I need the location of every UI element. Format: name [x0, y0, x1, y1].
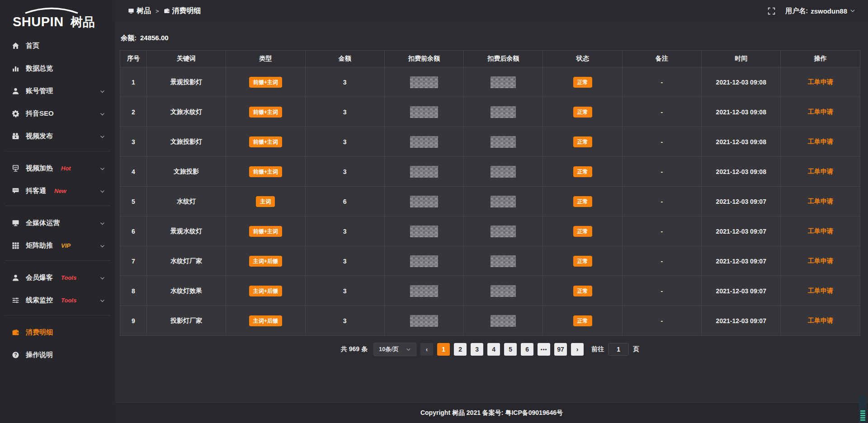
redacted-value — [491, 285, 516, 297]
redacted-value — [491, 226, 516, 237]
col-balance-after: 扣费后余额 — [464, 51, 543, 67]
sidebar-item-home[interactable]: 首页 — [0, 34, 115, 57]
type-badge: 前缀+主词 — [249, 77, 282, 88]
user-menu[interactable]: 用户名: zswodun88 — [785, 7, 855, 15]
cell-balance-before — [384, 187, 463, 216]
cell-type: 前缀+主词 — [226, 157, 305, 187]
work-order-link[interactable]: 工单申请 — [808, 168, 833, 175]
chevron-down-icon — [99, 188, 105, 194]
table-row: 5 水纹灯 主词 6 正常 - 2021-12-03 09:07 工单申请 — [120, 187, 860, 216]
sidebar: SHUPIN 树品 首页 数据总览 账号管理 — [0, 0, 115, 423]
cell-balance-after — [464, 187, 543, 216]
redacted-value — [410, 226, 438, 237]
work-order-link[interactable]: 工单申请 — [808, 227, 833, 235]
breadcrumb-item-consumption-detail[interactable]: 消费明细 — [164, 6, 201, 16]
cell-status: 正常 — [543, 276, 622, 306]
prev-page-button[interactable]: ‹ — [420, 343, 433, 356]
cell-keyword: 水纹灯效果 — [146, 276, 226, 306]
type-badge: 前缀+主词 — [249, 166, 282, 177]
col-index: 序号 — [120, 51, 147, 67]
floating-widget[interactable] — [859, 396, 867, 423]
sidebar-item-omnimedia[interactable]: 全媒体运营 — [0, 212, 115, 234]
cell-time: 2021-12-03 09:07 — [702, 216, 781, 246]
cell-action: 工单申请 — [781, 97, 860, 127]
page-button-97[interactable]: 97 — [554, 343, 567, 356]
grid-icon — [12, 242, 19, 249]
page-button-1[interactable]: 1 — [437, 343, 450, 356]
cell-status: 正常 — [543, 216, 622, 246]
balance-summary: 余额:24856.00 — [121, 34, 860, 42]
sidebar-item-member-burst[interactable]: 会员爆客 Tools — [0, 266, 115, 289]
table-row: 9 投影灯厂家 主词+后缀 3 正常 - 2021-12-03 09:07 工单… — [120, 306, 860, 336]
table-row: 6 景观水纹灯 前缀+主词 3 正常 - 2021-12-03 09:07 工单… — [120, 216, 860, 246]
work-order-link[interactable]: 工单申请 — [808, 257, 833, 264]
redacted-value — [491, 255, 516, 267]
sidebar-item-video-heat[interactable]: 视频加热 Hot — [0, 157, 115, 179]
redacted-value — [491, 136, 516, 148]
redacted-value — [410, 255, 438, 267]
gear-icon — [12, 110, 19, 118]
redacted-value — [491, 76, 516, 88]
cell-status: 正常 — [543, 127, 622, 157]
work-order-link[interactable]: 工单申请 — [808, 287, 833, 294]
page-size-select[interactable]: 10条/页 — [373, 343, 416, 356]
cell-keyword: 投影灯厂家 — [146, 306, 226, 336]
main-column: 树品 > 消费明细 用户名: zswodun88 — [115, 0, 868, 423]
sidebar-item-lead-monitor[interactable]: 线索监控 Tools — [0, 289, 115, 311]
cell-balance-before — [384, 216, 463, 246]
cell-time: 2021-12-03 09:08 — [702, 157, 781, 187]
page-button-5[interactable]: 5 — [504, 343, 517, 356]
cell-amount: 3 — [305, 276, 384, 306]
username-value: zswodun88 — [811, 7, 847, 15]
type-badge: 主词 — [256, 196, 275, 207]
sidebar-item-account-mgmt[interactable]: 账号管理 — [0, 80, 115, 102]
next-page-button[interactable]: › — [571, 343, 584, 356]
cell-time: 2021-12-03 09:08 — [702, 127, 781, 157]
goto-page-input[interactable] — [608, 343, 629, 356]
cell-action: 工单申请 — [781, 246, 860, 276]
sidebar-item-label: 视频加热 — [26, 164, 53, 173]
type-badge: 前缀+主词 — [249, 226, 282, 237]
page-button-4[interactable]: 4 — [487, 343, 500, 356]
type-badge: 主词+后缀 — [249, 315, 282, 326]
work-order-link[interactable]: 工单申请 — [808, 197, 833, 205]
bar-chart-icon — [12, 65, 19, 72]
work-order-link[interactable]: 工单申请 — [808, 108, 833, 115]
more-pages-button[interactable]: ••• — [538, 343, 550, 356]
sidebar-item-data-overview[interactable]: 数据总览 — [0, 57, 115, 80]
chevron-down-icon — [99, 220, 105, 226]
work-order-link[interactable]: 工单申请 — [808, 138, 833, 145]
wallet-icon — [164, 8, 170, 14]
sidebar-item-instructions[interactable]: ? 操作说明 — [0, 343, 115, 366]
cell-remark: - — [622, 67, 701, 97]
redacted-value — [491, 166, 516, 178]
page-button-6[interactable]: 6 — [521, 343, 533, 356]
status-badge: 正常 — [573, 136, 592, 147]
page-footer: Copyright 树品 2021 备案号: 粤ICP备09019646号 — [115, 402, 868, 423]
brand-logo[interactable]: SHUPIN 树品 — [0, 5, 115, 29]
chevron-down-icon — [99, 165, 105, 171]
page-button-3[interactable]: 3 — [471, 343, 483, 356]
sidebar-item-video-publish[interactable]: 视频发布 — [0, 125, 115, 147]
sidebar-item-label: 视频发布 — [26, 132, 53, 141]
sidebar-item-label: 操作说明 — [26, 351, 53, 359]
breadcrumb-item-shupin[interactable]: 树品 — [128, 6, 151, 16]
sidebar-item-label: 全媒体运营 — [26, 219, 60, 227]
redacted-value — [410, 285, 438, 297]
work-order-link[interactable]: 工单申请 — [808, 317, 833, 324]
cell-action: 工单申请 — [781, 67, 860, 97]
work-order-link[interactable]: 工单申请 — [808, 78, 833, 85]
cell-time: 2021-12-03 09:07 — [702, 276, 781, 306]
goto-page-group: 前往 页 — [591, 343, 639, 356]
sidebar-item-matrix-boost[interactable]: 矩阵助推 VIP — [0, 234, 115, 257]
sidebar-item-consumption-detail[interactable]: 消费明细 — [0, 321, 115, 343]
pagination-total: 共 969 条 — [341, 345, 368, 353]
tools-badge: Tools — [61, 274, 76, 281]
tools-badge: Tools — [61, 297, 76, 304]
fullscreen-icon[interactable] — [768, 7, 775, 15]
sidebar-item-douyin-seo[interactable]: 抖音SEO — [0, 102, 115, 125]
menu-divider — [5, 206, 111, 206]
cell-action: 工单申请 — [781, 216, 860, 246]
sidebar-item-doukertong[interactable]: 抖客通 New — [0, 179, 115, 202]
page-button-2[interactable]: 2 — [454, 343, 467, 356]
